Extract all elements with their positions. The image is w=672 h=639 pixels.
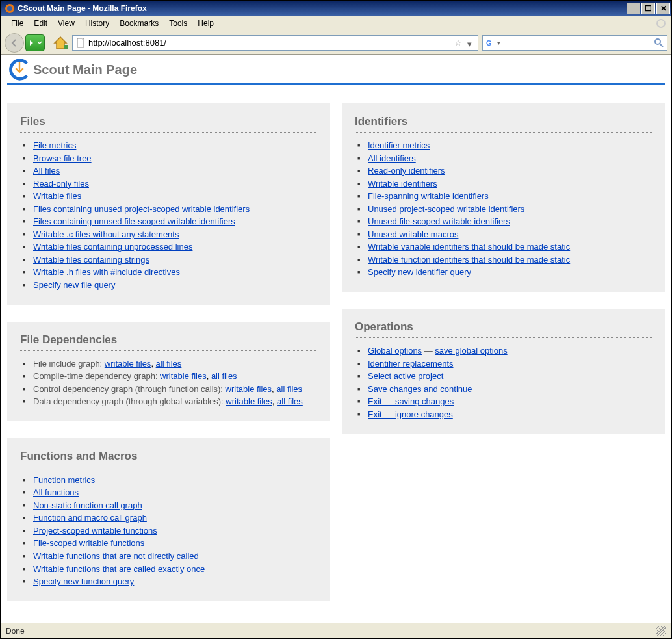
- deps-link[interactable]: all files: [211, 371, 237, 381]
- maximize-button[interactable]: ☐: [641, 3, 655, 14]
- page-content: Scout Main Page Files File metricsBrowse…: [1, 55, 671, 623]
- ops-link[interactable]: Identifier replacements: [368, 359, 454, 369]
- menu-tools[interactable]: Tools: [164, 18, 192, 29]
- deps-link[interactable]: all files: [276, 384, 302, 394]
- url-bar[interactable]: ☆ ▾: [72, 35, 478, 51]
- files-link[interactable]: All files: [33, 166, 60, 176]
- files-link[interactable]: File metrics: [33, 140, 76, 150]
- deps-link[interactable]: writable files: [160, 371, 207, 381]
- files-panel: Files File metricsBrowse file treeAll fi…: [7, 103, 330, 305]
- ops-link[interactable]: Exit — ignore changes: [368, 410, 453, 419]
- deps-heading: File Dependencies: [20, 333, 317, 351]
- home-button[interactable]: [53, 35, 68, 51]
- funcs-link[interactable]: All functions: [33, 488, 79, 497]
- funcs-link[interactable]: File-scoped writable functions: [33, 538, 144, 548]
- menu-help[interactable]: Help: [192, 18, 219, 29]
- idents-link[interactable]: Writable function identifiers that shoul…: [368, 255, 570, 265]
- deps-link[interactable]: writable files: [226, 397, 272, 406]
- back-button[interactable]: [5, 33, 24, 53]
- list-item: Writable files: [33, 190, 317, 203]
- search-dropdown-icon[interactable]: ▾: [497, 40, 500, 46]
- window-title: CScout Main Page - Mozilla Firefox: [18, 4, 625, 13]
- deps-prefix: Control dependency graph (through functi…: [33, 384, 226, 394]
- idents-link[interactable]: All identifiers: [368, 153, 416, 163]
- idents-link[interactable]: Writable variable identifiers that shoul…: [368, 242, 570, 252]
- files-link[interactable]: Writable files containing strings: [33, 255, 149, 265]
- resize-grip-icon[interactable]: [656, 626, 666, 636]
- list-item: Data dependency graph (through global va…: [33, 395, 317, 408]
- list-item: Identifier replacements: [368, 358, 652, 371]
- close-button[interactable]: ✕: [656, 3, 670, 14]
- list-item: Writable functions that are not directly…: [33, 550, 317, 563]
- search-bar[interactable]: G ▾: [482, 35, 667, 51]
- list-item: Project-scoped writable functions: [33, 525, 317, 538]
- ops-link[interactable]: Save changes and continue: [368, 384, 472, 394]
- search-go-icon[interactable]: [654, 38, 664, 48]
- list-item: Writable function identifiers that shoul…: [368, 254, 652, 267]
- list-item: Writable .c files without any statements: [33, 228, 317, 241]
- files-link[interactable]: Writable .c files without any statements: [33, 229, 179, 239]
- svg-rect-3: [64, 45, 68, 49]
- deps-link[interactable]: all files: [156, 359, 182, 369]
- list-item: Read-only identifiers: [368, 164, 652, 177]
- deps-link[interactable]: writable files: [226, 384, 272, 394]
- svg-line-7: [660, 44, 663, 47]
- bookmark-star-icon[interactable]: ☆: [454, 38, 465, 48]
- list-item: Browse file tree: [33, 152, 317, 165]
- search-input[interactable]: [503, 38, 654, 47]
- list-item: Read-only files: [33, 177, 317, 190]
- list-item: Non-static function call graph: [33, 499, 317, 512]
- idents-link[interactable]: Writable identifiers: [368, 179, 437, 189]
- list-item: Writable functions that are called exact…: [33, 563, 317, 576]
- list-item: Function metrics: [33, 474, 317, 487]
- forward-button[interactable]: [25, 34, 45, 51]
- funcs-link[interactable]: Function metrics: [33, 475, 95, 485]
- files-link[interactable]: Writable .h files with #include directiv…: [33, 267, 180, 277]
- minimize-button[interactable]: _: [627, 3, 640, 14]
- files-link[interactable]: Writable files: [33, 191, 81, 201]
- funcs-link[interactable]: Project-scoped writable functions: [33, 526, 157, 536]
- ops-global-link[interactable]: Global options: [368, 346, 422, 356]
- list-item: Writable files containing unprocessed li…: [33, 241, 317, 254]
- ops-link[interactable]: Select active project: [368, 371, 443, 381]
- files-link[interactable]: Files containing unused file-scoped writ…: [33, 216, 235, 226]
- files-link[interactable]: Files containing unused project-scoped w…: [33, 204, 250, 214]
- files-link[interactable]: Specify new file query: [33, 280, 115, 290]
- menu-edit[interactable]: Edit: [29, 18, 53, 29]
- menu-history[interactable]: History: [80, 18, 114, 29]
- list-item: File-spanning writable identifiers: [368, 190, 652, 203]
- funcs-link[interactable]: Writable functions that are called exact…: [33, 564, 205, 574]
- funcs-link[interactable]: Non-static function call graph: [33, 501, 142, 510]
- files-link[interactable]: Browse file tree: [33, 153, 92, 163]
- files-link[interactable]: Read-only files: [33, 179, 89, 189]
- list-item: Exit — saving changes: [368, 395, 652, 408]
- funcs-link[interactable]: Function and macro call graph: [33, 513, 147, 523]
- idents-link[interactable]: Read-only identifiers: [368, 166, 445, 176]
- ops-save-global-link[interactable]: save global options: [435, 346, 507, 356]
- idents-link[interactable]: Specify new identifier query: [368, 267, 471, 277]
- files-link[interactable]: Writable files containing unprocessed li…: [33, 242, 192, 252]
- idents-link[interactable]: Unused project-scoped writable identifie…: [368, 204, 524, 214]
- list-item: Specify new function query: [33, 575, 317, 588]
- idents-panel: Identifiers Identifier metricsAll identi…: [342, 103, 665, 292]
- idents-link[interactable]: Unused writable macros: [368, 229, 458, 239]
- menu-view[interactable]: View: [53, 18, 80, 29]
- url-dropdown-icon[interactable]: ▾: [467, 39, 475, 47]
- menu-bookmarks[interactable]: Bookmarks: [114, 18, 164, 29]
- funcs-link[interactable]: Specify new function query: [33, 577, 134, 586]
- svg-point-2: [657, 20, 665, 27]
- ops-link[interactable]: Exit — saving changes: [368, 397, 454, 406]
- menu-file[interactable]: File: [6, 18, 29, 29]
- idents-link[interactable]: File-spanning writable identifiers: [368, 191, 489, 201]
- search-engine-icon[interactable]: G: [485, 38, 496, 48]
- nav-toolbar: ☆ ▾ G ▾: [1, 31, 671, 55]
- firefox-icon: [5, 3, 15, 14]
- deps-link[interactable]: writable files: [105, 359, 151, 369]
- url-input[interactable]: [88, 38, 454, 47]
- list-item: All identifiers: [368, 152, 652, 165]
- idents-link[interactable]: Unused file-scoped writable identifiers: [368, 216, 510, 226]
- idents-link[interactable]: Identifier metrics: [368, 140, 430, 150]
- window-titlebar: CScout Main Page - Mozilla Firefox _ ☐ ✕: [1, 1, 671, 16]
- deps-link[interactable]: all files: [277, 397, 303, 406]
- funcs-link[interactable]: Writable functions that are not directly…: [33, 551, 199, 561]
